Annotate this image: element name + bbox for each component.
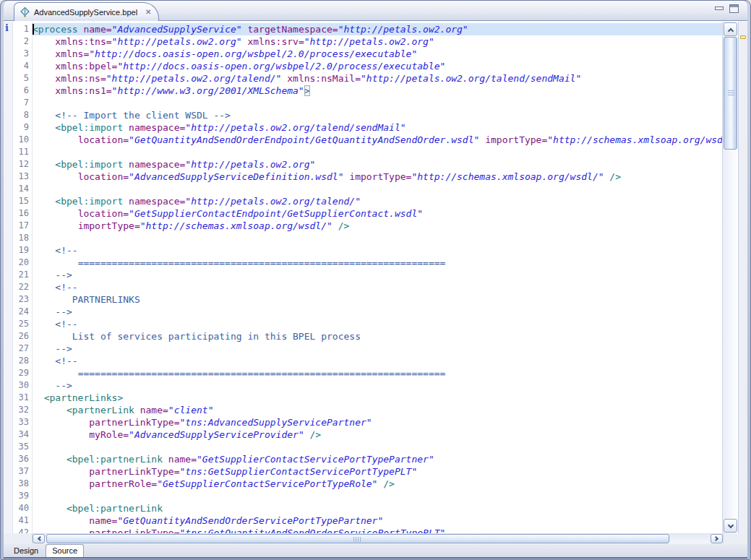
- line-number: 14: [13, 183, 29, 195]
- code-line: location="GetSupplierContactEndpoint/Get…: [33, 207, 722, 220]
- code-line: <!--: [33, 318, 722, 330]
- scrollbar-corner: [4, 533, 33, 544]
- code-line: location="AdvancedSupplyServiceDefinitio…: [33, 171, 722, 183]
- horizontal-scroll-track[interactable]: [45, 534, 711, 543]
- code-line: ========================================…: [33, 367, 722, 379]
- code-line: <!--: [33, 281, 722, 293]
- horizontal-scrollbar[interactable]: [4, 533, 747, 544]
- code-line: -->: [33, 379, 722, 392]
- line-number: 27: [13, 343, 29, 355]
- minimize-view-icon[interactable]: [714, 5, 724, 13]
- vertical-scroll-thumb[interactable]: [724, 37, 737, 150]
- line-number: 4: [13, 60, 29, 72]
- code-line: [33, 441, 722, 453]
- line-number: 6: [13, 85, 29, 97]
- scroll-down-icon[interactable]: [724, 519, 737, 533]
- code-line: [33, 97, 722, 109]
- line-number: 38: [13, 478, 29, 490]
- scroll-up-icon[interactable]: [724, 22, 737, 36]
- code-line: location="GetQuantityAndSendOrderEndpoin…: [33, 134, 722, 146]
- info-marker-icon[interactable]: i: [5, 22, 9, 33]
- code-line: <partnerLink name="client": [33, 404, 722, 416]
- code-line: <partnerLinks>: [33, 392, 722, 404]
- code-line: partnerLinkType="tns:GetSupplierContactS…: [33, 465, 722, 478]
- code-line: [33, 183, 722, 195]
- code-line: -->: [33, 343, 722, 355]
- code-line: PARTNERLINKS: [33, 293, 722, 306]
- line-number: 40: [13, 502, 29, 514]
- code-line: <bpel:partnerLink: [33, 502, 722, 514]
- vertical-scrollbar[interactable]: [722, 22, 738, 533]
- line-number: 15: [13, 195, 29, 207]
- horizontal-scroll-thumb[interactable]: [46, 534, 669, 543]
- code-line: partnerLinkType="tns:GetQuantityAndSendO…: [33, 527, 722, 533]
- line-number: 22: [13, 281, 29, 293]
- line-number: 32: [13, 404, 29, 416]
- annotation-marker[interactable]: [740, 35, 746, 39]
- text-caret: [33, 24, 34, 35]
- line-number: 36: [13, 453, 29, 465]
- line-number: 7: [13, 97, 29, 109]
- line-number: 19: [13, 244, 29, 257]
- line-number: 9: [13, 121, 29, 134]
- code-line: [33, 232, 722, 244]
- line-number: 1: [13, 23, 29, 35]
- line-number: 23: [13, 293, 29, 306]
- tab-source[interactable]: Source: [46, 544, 84, 557]
- overview-ruler: [738, 22, 747, 533]
- line-number: 8: [13, 109, 29, 121]
- close-tab-icon[interactable]: ✕: [145, 8, 151, 16]
- line-number: 26: [13, 330, 29, 343]
- source-editor: i 12345678910111213141516171819202122232…: [4, 21, 747, 533]
- line-number: 29: [13, 367, 29, 379]
- line-number-gutter: 1234567891011121314151617181920212223242…: [13, 22, 33, 533]
- line-number: 41: [13, 514, 29, 527]
- code-line: myRole="AdvancedSupplyServiceProvider" /…: [33, 428, 722, 441]
- code-line: [33, 146, 722, 158]
- tab-design[interactable]: Design: [8, 545, 44, 557]
- scrollbar-corner-right: [723, 533, 747, 544]
- code-line: -->: [33, 269, 722, 281]
- tab-advancedsupplyservice-bpel[interactable]: AdvancedSupplyService.bpel ✕: [14, 2, 159, 21]
- maximize-view-icon[interactable]: [729, 4, 739, 13]
- line-number: 24: [13, 306, 29, 318]
- code-line: <bpel:import namespace="http://petals.ow…: [33, 195, 722, 207]
- bpel-file-icon: [20, 7, 30, 17]
- code-line: ========================================…: [33, 257, 722, 269]
- line-number: 16: [13, 207, 29, 220]
- line-number: 11: [13, 146, 29, 158]
- code-line: partnerLinkType="tns:AdvancedSupplyServi…: [33, 416, 722, 428]
- code-area[interactable]: <process name="AdvancedSupplyService" ta…: [33, 22, 722, 533]
- line-number: 28: [13, 355, 29, 367]
- code-line: -->: [33, 306, 722, 318]
- editor-window: AdvancedSupplyService.bpel ✕ i 123456789…: [0, 0, 751, 560]
- line-number: 25: [13, 318, 29, 330]
- line-number: 17: [13, 220, 29, 232]
- code-line: List of services participating in this B…: [33, 330, 722, 343]
- code-line: <!--: [33, 355, 722, 367]
- code-line: <bpel:import namespace="http://petals.ow…: [33, 158, 722, 171]
- line-number: 20: [13, 257, 29, 269]
- code-line: xmlns:tns="http://petals.ow2.org" xmlns:…: [33, 35, 722, 48]
- line-number: 31: [13, 392, 29, 404]
- code-line: [33, 490, 722, 502]
- line-number: 3: [13, 48, 29, 60]
- code-line: xmlns:ns1="http://www.w3.org/2001/XMLSch…: [33, 85, 722, 97]
- code-line: <bpel:import namespace="http://petals.ow…: [33, 121, 722, 134]
- line-number: 37: [13, 465, 29, 478]
- code-line: name="GetQuantityAndSendOrderServicePort…: [33, 514, 722, 527]
- line-number: 34: [13, 428, 29, 441]
- line-number: 39: [13, 490, 29, 502]
- line-number: 42: [13, 527, 29, 533]
- code-line: <bpel:partnerLink name="GetSupplierConta…: [33, 453, 722, 465]
- line-number: 30: [13, 379, 29, 392]
- code-line: <!-- Import the client WSDL -->: [33, 109, 722, 121]
- scroll-right-icon[interactable]: [711, 534, 723, 543]
- code-line: xmlns:bpel="http://docs.oasis-open.org/w…: [33, 60, 722, 72]
- line-number: 13: [13, 171, 29, 183]
- code-line: <!--: [33, 244, 722, 257]
- code-line: xmlns="http://docs.oasis-open.org/wsbpel…: [33, 48, 722, 60]
- line-number: 2: [13, 35, 29, 48]
- line-number: 18: [13, 232, 29, 244]
- scroll-left-icon[interactable]: [33, 534, 45, 543]
